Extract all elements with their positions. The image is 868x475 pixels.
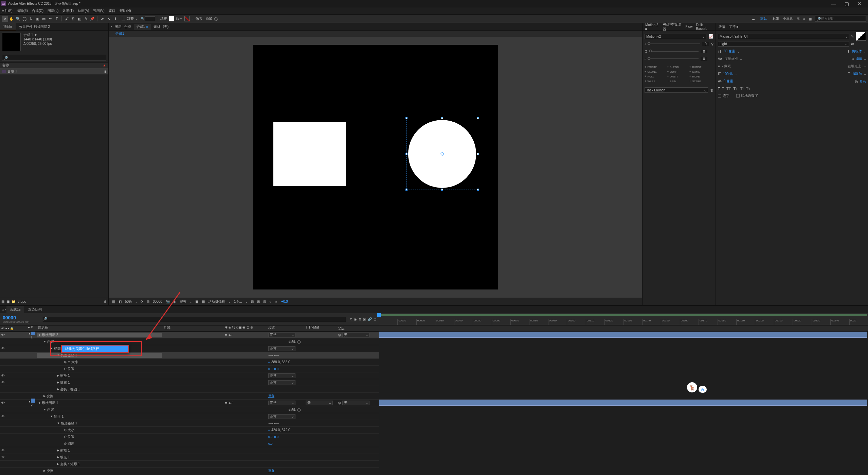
tab-motion2[interactable]: Motion 2 ≡ [645,23,659,31]
layer1-track-bar[interactable] [379,332,867,338]
project-search[interactable]: 🔎 [2,55,106,61]
btn-blend[interactable]: BLEND [667,65,686,69]
channel-icon[interactable]: ◐ [173,300,176,303]
interpret-icon[interactable]: ▦ [1,300,4,303]
language-badge[interactable]: 英 [699,386,707,393]
view-icon2[interactable]: ⊞ [257,300,260,303]
prop-scale-2[interactable]: 👁 ▶ 缩放 1 [0,447,379,454]
timeline-tab-render[interactable]: 渲染队列 [25,306,45,313]
selection-tool[interactable]: ➤ [2,16,8,22]
slider-right-icon[interactable]: › [645,57,646,61]
workspace-default[interactable]: 默认 [758,16,769,21]
workspace-small[interactable]: 小屏幕 [783,16,793,21]
search-icon[interactable]: 🔍 [141,17,145,20]
superscript-icon[interactable]: T¹ [740,86,744,91]
view-icon3[interactable]: ⊟ [263,300,266,303]
tab-duik[interactable]: Duik Bassel. [696,23,713,31]
prop-transform-2[interactable]: ▶ 变换 重置 [0,468,379,474]
btn-rope[interactable]: ROPE [689,75,708,78]
view-icon4[interactable]: ⟐ [269,300,271,303]
italic-icon[interactable]: T [722,86,724,91]
new-comp-icon[interactable]: ▣ [6,300,10,303]
bpc-label[interactable]: 8 bpc [18,300,26,303]
add-menu-icon[interactable]: ◯ [214,17,218,21]
menu-view[interactable]: 视图(V) [93,8,104,13]
prop-rect[interactable]: 👁 ▼ 矩形 1 正常⌵ [0,413,379,420]
ligature-checkbox[interactable] [718,94,721,98]
allcaps-icon[interactable]: TT [726,86,731,91]
menu-composition[interactable]: 合成(C) [32,8,43,13]
snapshot-icon[interactable]: 📷 [166,300,170,303]
project-item-comp1[interactable]: 合成 1 ▮ [0,68,108,74]
prop-rect-position[interactable]: ⊙ 位置 0.0, 0.0 [0,434,379,440]
orbit-tool[interactable]: ◯ [21,16,28,22]
workspace-grid-icon[interactable]: ▦ [809,17,812,21]
subscript-icon[interactable]: T₁ [746,86,750,91]
help-search[interactable]: 🔎 搜索帮助 [815,16,866,22]
tab-effect-controls[interactable]: 效果控件 形状图层 2 [16,23,53,30]
menu-file[interactable]: 文件(F) [1,8,13,13]
layer-2[interactable]: 👁 ▼ 2 形状图层 1 ✱ ◈ / 正常⌵ 无⌵ ◎ 无⌵ [0,400,379,406]
stroke-width[interactable]: - [192,17,193,21]
hscale-value[interactable]: 100 % [852,72,862,76]
tab-character[interactable]: 字符 ≡ [729,24,739,29]
col-mode[interactable]: 模式 [267,326,304,331]
viewer-tab-footage[interactable]: 素材 [153,24,160,29]
pen-tool[interactable]: ✒ [47,16,53,22]
prop-contents-1[interactable]: ▼ 内容 添加: ◯ [0,338,379,345]
prop-fill-1[interactable]: 👁 ▶ 填充 1 正常⌵ [0,379,379,386]
stamp-tool[interactable]: ⎘ [70,16,76,22]
btn-orbit[interactable]: ORBIT [667,75,686,78]
stroke-value[interactable]: - 像素 [722,64,731,69]
task-launch-dropdown[interactable]: Task Launch⌵ [645,87,708,93]
prop-scale-1[interactable]: 👁 ▶ 缩放 1 正常⌵ [0,372,379,379]
workspace-lib[interactable]: 库 [796,16,800,21]
timeline-lock-icon[interactable]: × [2,308,4,312]
cc-icon[interactable]: ☁ [752,17,755,21]
slider-left-icon[interactable]: ‹ [645,42,646,46]
layer-1[interactable]: 👁 ▼ 1 形状图层 2 ✱ ◈ / 正常⌵ ◎ 无⌵ [0,332,379,338]
viewer-tab-comp-active[interactable]: 合成1 ≡ [134,24,151,30]
tab-flow[interactable]: Flow [685,25,692,29]
prop-rect-path[interactable]: ▼ 矩形路径 1 ⟺ ⟺ [0,420,379,427]
layer2-track-bar[interactable] [379,400,867,406]
btn-warp[interactable]: WARP [645,80,664,83]
menu-animation[interactable]: 动画(A) [78,8,89,13]
btn-name[interactable]: NAME [689,70,708,73]
col-source-name[interactable]: 源名称 [37,326,162,331]
alpha-icon[interactable]: ◧ [119,300,122,303]
prop-transform-ellipse[interactable]: ▶ 变换：椭圆 1 [0,386,379,393]
prop-contents-2[interactable]: ▼ 内容 添加: ◯ [0,406,379,413]
slider-val-1[interactable]: 0 [702,42,709,46]
btn-jump[interactable]: JUMP [667,70,686,73]
exposure-value[interactable]: +0.0 [281,300,288,303]
tab-script-mgr[interactable]: AE脚本管理器 [663,22,682,32]
tl-icon5[interactable]: 🔗 [368,317,372,321]
close-button[interactable]: ✕ [857,1,862,6]
viewer-tab-layer[interactable]: 图层 [115,24,122,29]
tl-icon3[interactable]: ⊕ [359,317,361,321]
prop-transform-1[interactable]: ▶ 变换 重置 [0,393,379,400]
prop-rect-round[interactable]: ⊙ 圆度 0.0 [0,440,379,447]
stroke-color[interactable] [184,16,190,21]
rotate-tool[interactable]: ↻ [28,16,34,22]
local-axis-icon[interactable]: ⬈ [99,16,105,22]
ease-slider-2[interactable] [649,51,699,52]
camera-dropdown[interactable]: 活动摄像机 [208,299,225,304]
slider-val-3[interactable]: 0 [701,57,707,61]
menu-effect[interactable]: 效果(T) [62,8,74,13]
tl-icon1[interactable]: ⟲ [349,317,352,321]
snap-checkbox[interactable] [122,17,125,20]
prop-ellipse-path[interactable]: ▼ 椭圆路径 1 ⟺ ⟺ [0,352,379,359]
font-size-value[interactable]: 50 像素 [724,49,735,54]
col-comment[interactable]: 注释 [162,326,223,331]
vscale-value[interactable]: 100 % [723,72,733,76]
ease-slider-1[interactable] [648,43,700,44]
floating-badge[interactable]: 🦌 [686,381,698,393]
lock-icon[interactable]: ▪ [111,25,112,29]
anchor-icon[interactable]: ⚲ [711,42,713,46]
btn-stare[interactable]: STARE [689,80,708,83]
text-tool[interactable]: T [54,16,60,22]
fill-color[interactable] [169,16,174,21]
exposure-icon[interactable]: ☼ [275,300,278,303]
